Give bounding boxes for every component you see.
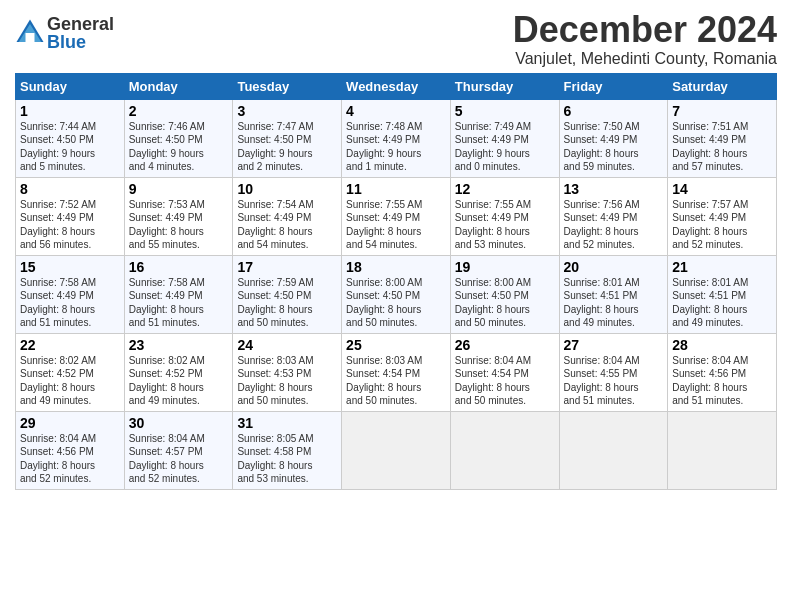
calendar-cell: 24Sunrise: 8:03 AMSunset: 4:53 PMDayligh… <box>233 333 342 411</box>
calendar-cell: 5Sunrise: 7:49 AMSunset: 4:49 PMDaylight… <box>450 99 559 177</box>
calendar-cell: 2Sunrise: 7:46 AMSunset: 4:50 PMDaylight… <box>124 99 233 177</box>
day-number: 4 <box>346 103 446 119</box>
day-detail: Sunrise: 8:04 AMSunset: 4:57 PMDaylight:… <box>129 432 229 486</box>
calendar-cell: 30Sunrise: 8:04 AMSunset: 4:57 PMDayligh… <box>124 411 233 489</box>
day-number: 5 <box>455 103 555 119</box>
calendar-cell: 20Sunrise: 8:01 AMSunset: 4:51 PMDayligh… <box>559 255 668 333</box>
calendar-cell: 26Sunrise: 8:04 AMSunset: 4:54 PMDayligh… <box>450 333 559 411</box>
calendar-cell: 15Sunrise: 7:58 AMSunset: 4:49 PMDayligh… <box>16 255 125 333</box>
day-detail: Sunrise: 8:04 AMSunset: 4:55 PMDaylight:… <box>564 354 664 408</box>
calendar-cell: 19Sunrise: 8:00 AMSunset: 4:50 PMDayligh… <box>450 255 559 333</box>
day-number: 27 <box>564 337 664 353</box>
col-saturday: Saturday <box>668 73 777 99</box>
calendar-table: Sunday Monday Tuesday Wednesday Thursday… <box>15 73 777 490</box>
day-number: 8 <box>20 181 120 197</box>
day-number: 23 <box>129 337 229 353</box>
calendar-week-5: 29Sunrise: 8:04 AMSunset: 4:56 PMDayligh… <box>16 411 777 489</box>
calendar-cell: 8Sunrise: 7:52 AMSunset: 4:49 PMDaylight… <box>16 177 125 255</box>
day-number: 7 <box>672 103 772 119</box>
calendar-cell: 22Sunrise: 8:02 AMSunset: 4:52 PMDayligh… <box>16 333 125 411</box>
day-detail: Sunrise: 7:56 AMSunset: 4:49 PMDaylight:… <box>564 198 664 252</box>
day-number: 19 <box>455 259 555 275</box>
day-number: 6 <box>564 103 664 119</box>
logo-general: General <box>47 15 114 33</box>
calendar-week-3: 15Sunrise: 7:58 AMSunset: 4:49 PMDayligh… <box>16 255 777 333</box>
logo: General Blue <box>15 15 114 51</box>
calendar-cell: 10Sunrise: 7:54 AMSunset: 4:49 PMDayligh… <box>233 177 342 255</box>
calendar-cell: 4Sunrise: 7:48 AMSunset: 4:49 PMDaylight… <box>342 99 451 177</box>
day-detail: Sunrise: 8:01 AMSunset: 4:51 PMDaylight:… <box>672 276 772 330</box>
day-number: 16 <box>129 259 229 275</box>
col-sunday: Sunday <box>16 73 125 99</box>
day-detail: Sunrise: 7:44 AMSunset: 4:50 PMDaylight:… <box>20 120 120 174</box>
day-detail: Sunrise: 7:58 AMSunset: 4:49 PMDaylight:… <box>20 276 120 330</box>
day-number: 28 <box>672 337 772 353</box>
calendar-week-1: 1Sunrise: 7:44 AMSunset: 4:50 PMDaylight… <box>16 99 777 177</box>
day-detail: Sunrise: 8:02 AMSunset: 4:52 PMDaylight:… <box>129 354 229 408</box>
col-tuesday: Tuesday <box>233 73 342 99</box>
calendar-cell: 16Sunrise: 7:58 AMSunset: 4:49 PMDayligh… <box>124 255 233 333</box>
calendar-cell: 21Sunrise: 8:01 AMSunset: 4:51 PMDayligh… <box>668 255 777 333</box>
calendar-cell: 17Sunrise: 7:59 AMSunset: 4:50 PMDayligh… <box>233 255 342 333</box>
calendar-cell <box>342 411 451 489</box>
day-detail: Sunrise: 8:04 AMSunset: 4:54 PMDaylight:… <box>455 354 555 408</box>
title-block: December 2024 Vanjulet, Mehedinti County… <box>513 10 777 68</box>
day-detail: Sunrise: 8:05 AMSunset: 4:58 PMDaylight:… <box>237 432 337 486</box>
calendar-cell: 9Sunrise: 7:53 AMSunset: 4:49 PMDaylight… <box>124 177 233 255</box>
calendar-cell: 25Sunrise: 8:03 AMSunset: 4:54 PMDayligh… <box>342 333 451 411</box>
calendar-cell: 28Sunrise: 8:04 AMSunset: 4:56 PMDayligh… <box>668 333 777 411</box>
day-number: 12 <box>455 181 555 197</box>
day-detail: Sunrise: 7:55 AMSunset: 4:49 PMDaylight:… <box>455 198 555 252</box>
calendar-cell <box>450 411 559 489</box>
day-number: 22 <box>20 337 120 353</box>
logo-icon <box>15 18 45 48</box>
day-number: 1 <box>20 103 120 119</box>
day-number: 10 <box>237 181 337 197</box>
col-monday: Monday <box>124 73 233 99</box>
col-friday: Friday <box>559 73 668 99</box>
col-wednesday: Wednesday <box>342 73 451 99</box>
day-detail: Sunrise: 8:03 AMSunset: 4:54 PMDaylight:… <box>346 354 446 408</box>
month-title: December 2024 <box>513 10 777 50</box>
day-number: 24 <box>237 337 337 353</box>
calendar-cell: 23Sunrise: 8:02 AMSunset: 4:52 PMDayligh… <box>124 333 233 411</box>
calendar-cell: 3Sunrise: 7:47 AMSunset: 4:50 PMDaylight… <box>233 99 342 177</box>
calendar-cell: 7Sunrise: 7:51 AMSunset: 4:49 PMDaylight… <box>668 99 777 177</box>
day-number: 21 <box>672 259 772 275</box>
calendar-cell: 12Sunrise: 7:55 AMSunset: 4:49 PMDayligh… <box>450 177 559 255</box>
day-number: 31 <box>237 415 337 431</box>
day-number: 18 <box>346 259 446 275</box>
calendar-cell: 11Sunrise: 7:55 AMSunset: 4:49 PMDayligh… <box>342 177 451 255</box>
day-number: 17 <box>237 259 337 275</box>
page-container: General Blue December 2024 Vanjulet, Meh… <box>0 0 792 495</box>
day-detail: Sunrise: 8:02 AMSunset: 4:52 PMDaylight:… <box>20 354 120 408</box>
day-number: 2 <box>129 103 229 119</box>
day-number: 30 <box>129 415 229 431</box>
day-detail: Sunrise: 7:55 AMSunset: 4:49 PMDaylight:… <box>346 198 446 252</box>
svg-rect-2 <box>26 33 35 42</box>
day-number: 26 <box>455 337 555 353</box>
header-row-days: Sunday Monday Tuesday Wednesday Thursday… <box>16 73 777 99</box>
calendar-week-4: 22Sunrise: 8:02 AMSunset: 4:52 PMDayligh… <box>16 333 777 411</box>
day-number: 9 <box>129 181 229 197</box>
day-number: 15 <box>20 259 120 275</box>
logo-text: General Blue <box>47 15 114 51</box>
day-detail: Sunrise: 7:46 AMSunset: 4:50 PMDaylight:… <box>129 120 229 174</box>
day-detail: Sunrise: 7:59 AMSunset: 4:50 PMDaylight:… <box>237 276 337 330</box>
calendar-cell: 14Sunrise: 7:57 AMSunset: 4:49 PMDayligh… <box>668 177 777 255</box>
col-thursday: Thursday <box>450 73 559 99</box>
header-row: General Blue December 2024 Vanjulet, Meh… <box>15 10 777 68</box>
location-title: Vanjulet, Mehedinti County, Romania <box>513 50 777 68</box>
day-detail: Sunrise: 7:49 AMSunset: 4:49 PMDaylight:… <box>455 120 555 174</box>
day-number: 11 <box>346 181 446 197</box>
calendar-cell <box>668 411 777 489</box>
day-detail: Sunrise: 7:57 AMSunset: 4:49 PMDaylight:… <box>672 198 772 252</box>
day-number: 20 <box>564 259 664 275</box>
day-number: 13 <box>564 181 664 197</box>
calendar-cell: 6Sunrise: 7:50 AMSunset: 4:49 PMDaylight… <box>559 99 668 177</box>
day-detail: Sunrise: 8:03 AMSunset: 4:53 PMDaylight:… <box>237 354 337 408</box>
day-detail: Sunrise: 7:53 AMSunset: 4:49 PMDaylight:… <box>129 198 229 252</box>
day-detail: Sunrise: 7:51 AMSunset: 4:49 PMDaylight:… <box>672 120 772 174</box>
day-number: 14 <box>672 181 772 197</box>
calendar-week-2: 8Sunrise: 7:52 AMSunset: 4:49 PMDaylight… <box>16 177 777 255</box>
